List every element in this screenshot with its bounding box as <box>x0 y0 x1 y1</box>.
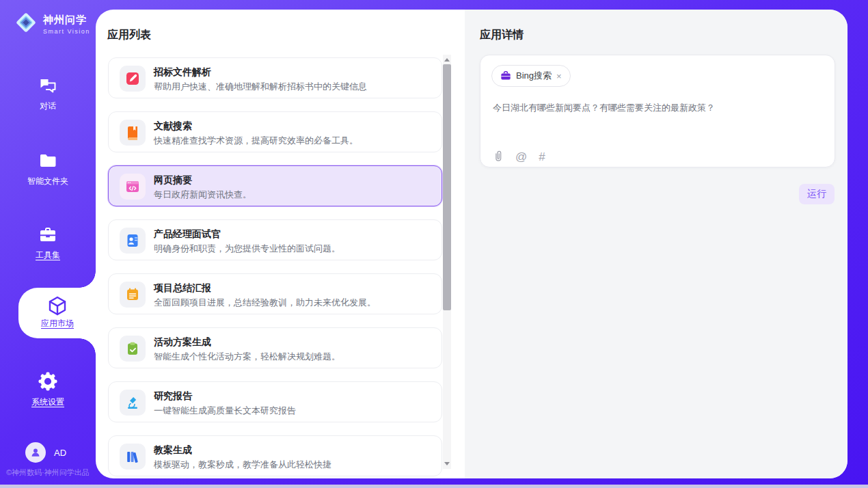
app-description: 一键智能生成高质量长文本研究报告 <box>154 405 296 417</box>
book-icon <box>125 125 140 140</box>
tool-tag-label: Bing搜索 <box>516 70 552 82</box>
sidebar-item-smart-folder[interactable]: 智能文件夹 <box>0 150 96 187</box>
run-button[interactable]: 运行 <box>799 184 835 204</box>
active-tab-curve-top <box>79 271 96 288</box>
browser-code-icon <box>125 179 140 194</box>
interviewer-icon <box>125 233 140 248</box>
copyright-text: ©神州数码·神州问学出品 <box>0 467 96 478</box>
sidebar-item-toolset[interactable]: 工具集 <box>0 224 96 261</box>
microscope-icon <box>125 395 140 410</box>
app-description: 明确身份和职责，为您提供专业性的面试问题。 <box>154 243 340 255</box>
app-list-scrollbar[interactable] <box>443 55 451 469</box>
scroll-down-arrow-icon[interactable] <box>444 462 450 465</box>
chat-icon <box>0 75 96 96</box>
scroll-up-arrow-icon[interactable] <box>444 58 450 62</box>
sidebar-item-label: 对话 <box>40 100 56 112</box>
app-description: 帮助用户快速、准确地理解和解析招标书中的关键信息 <box>154 81 367 93</box>
app-card-project-summary[interactable]: 项目总结汇报 全面回顾项目进展，总结经验教训，助力未来优化发展。 <box>108 273 442 314</box>
app-description: 全面回顾项目进展，总结经验教训，助力未来优化发展。 <box>154 297 376 309</box>
sidebar-item-app-market[interactable]: 应用市场 <box>18 288 96 338</box>
edit-doc-icon <box>125 71 140 86</box>
sidebar: 神州问学 Smart Vision 对话 智能文件夹 <box>0 0 96 488</box>
brand-name: 神州问学 <box>43 14 90 27</box>
app-name: 产品经理面试官 <box>154 228 221 241</box>
hash-icon[interactable]: # <box>539 151 545 163</box>
sidebar-item-label: 应用市场 <box>41 318 74 329</box>
main-content: 应用列表 招标文件解析 帮助用户快速、准确地理解和解析招标书中的关键信息 文献搜… <box>96 10 847 478</box>
prompt-toolbar: @ # <box>493 150 545 164</box>
prompt-text[interactable]: 今日湖北有哪些新闻要点？有哪些需要关注的最新政策？ <box>493 102 821 114</box>
sidebar-item-label: 工具集 <box>36 249 60 261</box>
app-description: 快速精准查找学术资源，提高研究效率的必备工具。 <box>154 135 358 147</box>
cube-icon <box>18 295 96 316</box>
user-account[interactable]: AD <box>25 442 66 463</box>
mention-icon[interactable]: @ <box>515 151 527 163</box>
person-icon <box>29 446 42 459</box>
clipboard-check-icon <box>125 341 140 356</box>
briefcase-icon <box>500 70 511 81</box>
app-card-lesson-plan[interactable]: 教案生成 模板驱动，教案秒成，教学准备从此轻松快捷 <box>108 435 442 476</box>
app-card-web-summary[interactable]: 网页摘要 每日政府新闻资讯快查。 <box>108 165 442 206</box>
app-card-pm-interviewer[interactable]: 产品经理面试官 明确身份和职责，为您提供专业性的面试问题。 <box>108 219 442 260</box>
app-description: 智能生成个性化活动方案，轻松解决规划难题。 <box>154 351 340 363</box>
active-tab-curve-bottom <box>79 338 96 355</box>
app-description: 每日政府新闻资讯快查。 <box>154 189 252 201</box>
app-name: 研究报告 <box>154 390 192 403</box>
books-icon <box>125 449 140 464</box>
app-card-activity-plan[interactable]: 活动方案生成 智能生成个性化活动方案，轻松解决规划难题。 <box>108 327 442 368</box>
app-name: 招标文件解析 <box>154 66 211 79</box>
app-name: 文献搜索 <box>154 120 192 133</box>
window-bottom-edge <box>0 485 868 488</box>
sidebar-item-label: 智能文件夹 <box>27 176 68 187</box>
brand-subtitle: Smart Vision <box>43 28 90 35</box>
user-name: AD <box>54 448 66 458</box>
toolbox-icon <box>0 224 96 245</box>
app-name: 网页摘要 <box>154 174 192 187</box>
scrollbar-thumb[interactable] <box>443 64 451 310</box>
app-list-title: 应用列表 <box>107 28 151 42</box>
app-card-bid-analysis[interactable]: 招标文件解析 帮助用户快速、准确地理解和解析招标书中的关键信息 <box>108 57 442 98</box>
app-detail-panel: 应用详情 Bing搜索 × 今日湖北有哪些新闻要点？有哪些需要关注的最新政策？ <box>465 10 847 478</box>
folder-icon <box>0 150 96 171</box>
brand-logo: 神州问学 Smart Vision <box>14 10 90 38</box>
app-name: 项目总结汇报 <box>154 282 211 295</box>
tool-tag-bing-search[interactable]: Bing搜索 × <box>491 65 571 87</box>
app-window: 神州问学 Smart Vision 对话 智能文件夹 <box>0 0 868 488</box>
app-detail-title: 应用详情 <box>480 28 524 42</box>
app-name: 活动方案生成 <box>154 336 211 349</box>
prompt-card: Bing搜索 × 今日湖北有哪些新闻要点？有哪些需要关注的最新政策？ @ # <box>480 55 835 167</box>
paperclip-icon[interactable] <box>493 150 504 164</box>
app-list: 招标文件解析 帮助用户快速、准确地理解和解析招标书中的关键信息 文献搜索 快速精… <box>108 57 442 478</box>
note-icon <box>125 287 140 302</box>
avatar[interactable] <box>25 442 46 463</box>
tag-close-icon[interactable]: × <box>556 72 562 81</box>
gear-icon <box>0 371 96 392</box>
app-description: 模板驱动，教案秒成，教学准备从此轻松快捷 <box>154 459 331 471</box>
app-card-literature-search[interactable]: 文献搜索 快速精准查找学术资源，提高研究效率的必备工具。 <box>108 111 442 152</box>
brand-diamond-icon <box>14 10 38 38</box>
app-name: 教案生成 <box>154 444 192 457</box>
sidebar-item-chat[interactable]: 对话 <box>0 75 96 112</box>
sidebar-item-label: 系统设置 <box>31 396 64 408</box>
sidebar-item-settings[interactable]: 系统设置 <box>0 371 96 408</box>
app-card-research-report[interactable]: 研究报告 一键智能生成高质量长文本研究报告 <box>108 381 442 422</box>
